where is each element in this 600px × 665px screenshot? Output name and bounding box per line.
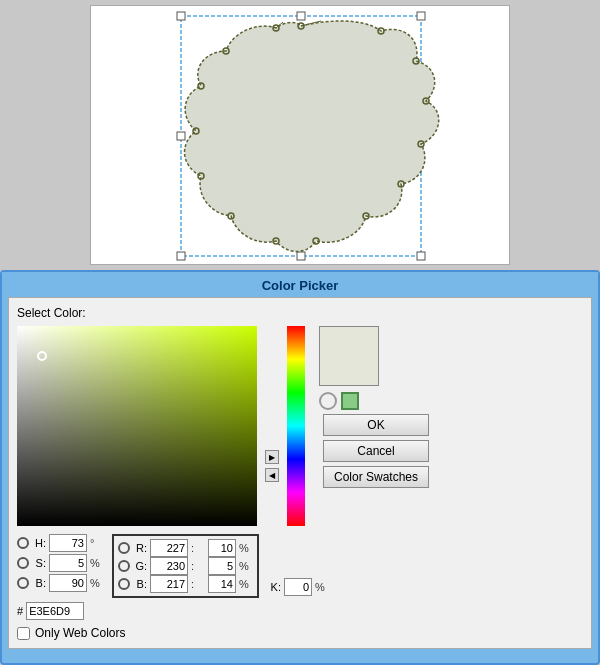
picker-row: ▶ ◀ OK Cancel Color Swatches [17,326,583,526]
h-input[interactable] [49,534,87,552]
svg-rect-4 [177,132,185,140]
canvas-svg [91,6,511,266]
green-swatch-icon[interactable] [341,392,359,410]
arrows-col: ▶ ◀ [265,326,279,526]
h-row: H: ° [17,534,104,552]
r-radio[interactable] [118,542,130,554]
web-colors-row: Only Web Colors [17,626,583,640]
arrow-right-btn[interactable]: ▶ [265,450,279,464]
s-label: S: [32,557,46,569]
b-unit: % [90,577,104,589]
rgb-b-row: B: : % [118,575,253,593]
r-input[interactable] [150,539,188,557]
svg-rect-2 [297,12,305,20]
canvas-inner [90,5,510,265]
b-row: B: % [17,574,104,592]
s-input[interactable] [49,554,87,572]
cancel-button[interactable]: Cancel [323,440,429,462]
select-color-label: Select Color: [17,306,583,320]
hex-hash: # [17,605,23,617]
k-pct: % [315,581,329,593]
s-radio[interactable] [17,557,29,569]
b-radio[interactable] [17,577,29,589]
gradient-picker[interactable] [17,326,257,526]
grad-layer2 [17,326,257,526]
web-colors-checkbox[interactable] [17,627,30,640]
hex-row: # [17,602,583,620]
svg-rect-7 [297,252,305,260]
g-row: G: : % [118,557,253,575]
h-label: H: [32,537,46,549]
g-label: G: [133,560,147,572]
rgb-b-pct: % [239,578,253,590]
k-row: K: % [267,578,329,596]
g-colon: : [191,560,205,572]
fields-section: H: ° S: % B: % [17,534,583,598]
k-col: K: % [267,534,329,598]
dialog-title: Color Picker [2,272,598,297]
hue-bar[interactable] [287,326,305,526]
g-pct-input[interactable] [208,557,236,575]
b-input[interactable] [49,574,87,592]
g-radio[interactable] [118,560,130,572]
s-unit: % [90,557,104,569]
rgb-b-radio[interactable] [118,578,130,590]
color-swatches-button[interactable]: Color Swatches [323,466,429,488]
k-label: K: [267,581,281,593]
h-radio[interactable] [17,537,29,549]
r-colon: : [191,542,205,554]
h-unit: ° [90,537,104,549]
svg-rect-6 [177,252,185,260]
r-pct: % [239,542,253,554]
svg-rect-8 [417,252,425,260]
web-colors-label: Only Web Colors [35,626,125,640]
rgb-b-input[interactable] [150,575,188,593]
svg-rect-3 [417,12,425,20]
arrow-left-btn[interactable]: ◀ [265,468,279,482]
r-pct-input[interactable] [208,539,236,557]
buttons-col: OK Cancel Color Swatches [323,414,429,488]
rgb-b-pct-input[interactable] [208,575,236,593]
ok-button[interactable]: OK [323,414,429,436]
g-pct: % [239,560,253,572]
canvas-area [0,0,600,270]
k-input[interactable] [284,578,312,596]
dialog-body: Select Color: ▶ ◀ [8,297,592,649]
rgb-b-colon: : [191,578,205,590]
color-preview-box [319,326,379,386]
color-picker-dialog: Color Picker Select Color: ▶ ◀ [0,270,600,665]
g-input[interactable] [150,557,188,575]
r-row: R: : % [118,539,253,557]
b-label: B: [32,577,46,589]
r-label: R: [133,542,147,554]
rgb-box: R: : % G: : % B: [112,534,259,598]
color-mode-icon[interactable] [319,392,337,410]
rgb-b-label: B: [133,578,147,590]
s-row: S: % [17,554,104,572]
hex-input[interactable] [26,602,84,620]
svg-rect-1 [177,12,185,20]
color-preview-icons [319,392,429,410]
hsb-col: H: ° S: % B: % [17,534,104,598]
